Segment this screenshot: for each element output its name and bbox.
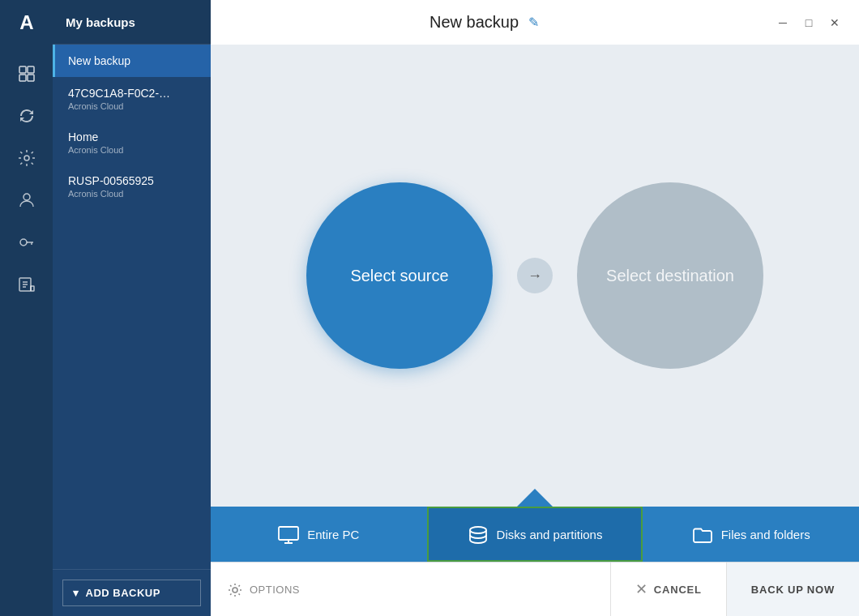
options-gear-icon [227,580,243,597]
svg-rect-9 [279,527,298,540]
cancel-button[interactable]: ✕ CANCEL [610,563,726,616]
sidebar-items: New backup 47C9C1A8-F0C2-… Acronis Cloud… [53,45,211,569]
cancel-label: CANCEL [654,584,702,596]
back-up-now-button[interactable]: BACK UP NOW [726,563,859,616]
bottom-bar: OPTIONS ✕ CANCEL BACK UP NOW [211,562,859,616]
add-backup-button[interactable]: ▾ ADD BACKUP [62,580,201,606]
files-icon [692,524,713,545]
select-source-button[interactable]: Select source [306,182,493,369]
svg-point-4 [24,156,29,160]
source-options-bar: Entire PC Disks and partitions [211,507,859,562]
backup-flow: Select source → Select destination [306,182,763,369]
disks-icon [468,524,489,545]
arrow-icon: → [528,267,542,284]
sidebar-item-account[interactable] [0,179,53,221]
flow-arrow: → [517,258,553,293]
maximize-button[interactable]: □ [797,14,820,32]
sidebar-item-backup-2[interactable]: Home Acronis Cloud [53,121,211,165]
sidebar-item-key[interactable] [0,221,53,263]
svg-rect-1 [28,66,34,73]
sidebar-item-backups[interactable] [0,53,53,95]
svg-point-6 [20,239,27,246]
options-label: OPTIONS [250,584,300,596]
select-source-label: Select source [350,267,448,285]
add-icon: ▾ [73,587,79,599]
svg-rect-8 [31,286,34,291]
svg-point-11 [233,588,237,592]
files-folders-label: Files and folders [721,528,810,541]
svg-point-5 [24,194,30,200]
backup-now-label: BACK UP NOW [751,584,835,596]
page-title: New backup [430,13,519,32]
svg-rect-0 [19,66,26,73]
disks-partitions-option[interactable]: Disks and partitions [427,507,643,562]
entire-pc-option[interactable]: Entire PC [211,507,427,562]
sidebar-title: My backups [53,0,211,45]
edit-title-icon[interactable]: ✎ [528,15,539,30]
entire-pc-label: Entire PC [307,528,359,541]
close-button[interactable]: ✕ [823,14,846,32]
sidebar-item-help[interactable] [0,263,53,306]
content-area: Select source → Select destination [211,45,859,616]
disks-partitions-label: Disks and partitions [497,528,603,541]
sidebar-item-backup-3[interactable]: RUSP-00565925 Acronis Cloud [53,165,211,208]
sidebar-item-sync[interactable] [0,95,53,137]
sidebar-item-backup-1[interactable]: 47C9C1A8-F0C2-… Acronis Cloud [53,77,211,121]
cancel-x-icon: ✕ [635,580,647,598]
options-button[interactable]: OPTIONS [211,563,610,616]
sidebar-item-new-backup[interactable]: New backup [53,45,211,77]
select-destination-label: Select destination [606,267,734,285]
svg-rect-2 [19,75,26,81]
files-folders-option[interactable]: Files and folders [643,507,859,562]
sidebar-item-tools[interactable] [0,137,53,179]
workspace: Select source → Select destination [211,45,859,507]
svg-rect-3 [28,75,34,81]
select-destination-button[interactable]: Select destination [577,182,763,369]
entire-pc-icon [278,524,299,545]
svg-point-10 [470,527,486,533]
app-logo: A [0,0,53,45]
selection-pointer [517,489,553,507]
sidebar: New backup 47C9C1A8-F0C2-… Acronis Cloud… [53,45,211,616]
icon-bar [0,45,53,616]
minimize-button[interactable]: ─ [771,14,794,32]
